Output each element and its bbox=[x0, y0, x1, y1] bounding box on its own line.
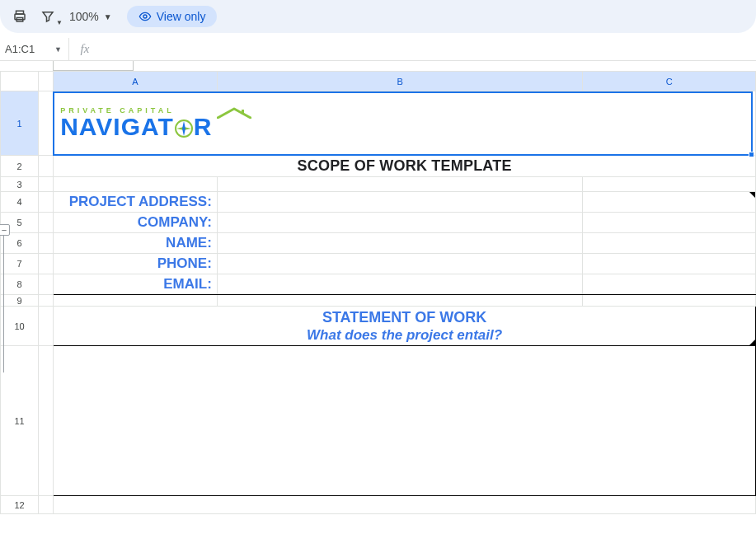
note-indicator-icon bbox=[749, 192, 755, 198]
compass-icon bbox=[174, 119, 194, 138]
row-group-line bbox=[3, 236, 4, 372]
row-header-1[interactable]: 1 bbox=[1, 91, 39, 156]
cell-B9[interactable] bbox=[217, 295, 582, 307]
row-group-toggle[interactable]: − bbox=[0, 224, 10, 236]
cell-A3[interactable] bbox=[54, 177, 218, 192]
toolbar: ▼ 100% ▼ View only bbox=[0, 0, 756, 33]
select-all-corner[interactable] bbox=[1, 72, 39, 91]
cell-C7[interactable] bbox=[583, 254, 756, 274]
cell-B8[interactable] bbox=[217, 274, 582, 295]
sheet-tab-stub bbox=[53, 61, 134, 71]
gutter-cell bbox=[39, 274, 54, 295]
cell-C5[interactable] bbox=[583, 213, 756, 233]
row-header-2[interactable]: 2 bbox=[1, 156, 39, 177]
view-only-label: View only bbox=[157, 10, 206, 23]
chevron-down-icon: ▼ bbox=[54, 45, 62, 54]
cell-C4[interactable] bbox=[583, 192, 756, 213]
cell-B7[interactable] bbox=[217, 254, 582, 274]
row-header-6[interactable]: 6 bbox=[1, 233, 39, 254]
cell-C6[interactable] bbox=[583, 233, 756, 254]
col-header-C[interactable]: C bbox=[583, 72, 756, 91]
gutter-cell bbox=[39, 177, 54, 192]
gutter-cell bbox=[39, 91, 54, 156]
cell-A5[interactable]: COMPANY: bbox=[54, 213, 218, 233]
gutter-cell bbox=[39, 192, 54, 213]
row-header-10[interactable]: 10 bbox=[1, 307, 39, 346]
row-header-11[interactable]: 11 bbox=[1, 346, 39, 496]
label-email: EMAIL: bbox=[54, 274, 217, 294]
template-title: SCOPE OF WORK TEMPLATE bbox=[54, 156, 755, 176]
row-header-7[interactable]: 7 bbox=[1, 254, 39, 274]
chevron-down-icon: ▼ bbox=[104, 12, 112, 21]
name-box-value: A1:C1 bbox=[5, 43, 35, 55]
eye-icon bbox=[139, 10, 152, 23]
chevron-down-icon: ▼ bbox=[56, 19, 63, 26]
gutter-cell bbox=[39, 307, 54, 346]
gutter-cell bbox=[39, 213, 54, 233]
gutter-cell bbox=[39, 233, 54, 254]
fx-icon: fx bbox=[69, 42, 101, 56]
cell-A7[interactable]: PHONE: bbox=[54, 254, 218, 274]
svg-point-3 bbox=[143, 15, 147, 18]
svg-point-7 bbox=[182, 127, 185, 130]
cell-A9[interactable] bbox=[54, 295, 218, 307]
row-header-4[interactable]: 4 bbox=[1, 192, 39, 213]
name-box[interactable]: A1:C1 ▼ bbox=[0, 38, 69, 60]
label-company: COMPANY: bbox=[54, 213, 217, 232]
gutter-cell bbox=[39, 295, 54, 307]
gutter-cell bbox=[39, 156, 54, 177]
svg-rect-8 bbox=[242, 110, 244, 115]
sow-heading-block: STATEMENT OF WORK What does the project … bbox=[54, 308, 755, 344]
logo: PRIVATE CAPITAL NAVIGAT R bbox=[54, 102, 755, 144]
zoom-value: 100% bbox=[69, 10, 99, 23]
row-header-12[interactable]: 12 bbox=[1, 496, 39, 514]
filter-button[interactable]: ▼ bbox=[36, 5, 59, 28]
col-header-A[interactable]: A bbox=[54, 72, 218, 91]
cell-B3[interactable] bbox=[217, 177, 582, 192]
note-indicator-icon bbox=[749, 340, 755, 345]
cell-A11[interactable] bbox=[54, 346, 756, 496]
sow-heading: STATEMENT OF WORK bbox=[54, 308, 755, 327]
gutter-cell bbox=[39, 496, 54, 514]
logo-brand: NAVIGAT R bbox=[60, 115, 212, 139]
cell-B5[interactable] bbox=[217, 213, 582, 233]
column-header-row: A B C bbox=[1, 72, 756, 91]
cell-C8[interactable] bbox=[583, 274, 756, 295]
cell-A8[interactable]: EMAIL: bbox=[54, 274, 218, 295]
cell-C3[interactable] bbox=[583, 177, 756, 192]
view-only-badge[interactable]: View only bbox=[127, 6, 218, 27]
gutter-col bbox=[39, 72, 54, 91]
cell-A1[interactable]: PRIVATE CAPITAL NAVIGAT R bbox=[54, 91, 756, 156]
spreadsheet-grid[interactable]: − A B C 1 bbox=[0, 61, 756, 514]
row-header-3[interactable]: 3 bbox=[1, 177, 39, 192]
cell-A10[interactable]: STATEMENT OF WORK What does the project … bbox=[54, 307, 756, 346]
formula-bar: A1:C1 ▼ fx bbox=[0, 38, 756, 61]
gutter-cell bbox=[39, 254, 54, 274]
label-project-address: PROJECT ADDRESS: bbox=[54, 192, 217, 212]
row-header-9[interactable]: 9 bbox=[1, 295, 39, 307]
cell-A6[interactable]: NAME: bbox=[54, 233, 218, 254]
zoom-dropdown[interactable]: 100% ▼ bbox=[64, 10, 117, 23]
label-name: NAME: bbox=[54, 233, 217, 253]
cell-A2[interactable]: SCOPE OF WORK TEMPLATE bbox=[54, 156, 756, 177]
cell-B6[interactable] bbox=[217, 233, 582, 254]
cell-A12[interactable] bbox=[54, 496, 756, 514]
cell-C9[interactable] bbox=[583, 295, 756, 307]
col-header-B[interactable]: B bbox=[217, 72, 582, 91]
formula-input[interactable] bbox=[101, 38, 756, 60]
row-header-8[interactable]: 8 bbox=[1, 274, 39, 295]
print-button[interactable] bbox=[8, 5, 31, 28]
roof-icon bbox=[217, 107, 251, 119]
gutter-cell bbox=[39, 346, 54, 496]
cell-A4[interactable]: PROJECT ADDRESS: bbox=[54, 192, 218, 213]
label-phone: PHONE: bbox=[54, 254, 217, 274]
sow-subheading: What does the project entail? bbox=[54, 326, 755, 344]
cell-B4[interactable] bbox=[217, 192, 582, 213]
